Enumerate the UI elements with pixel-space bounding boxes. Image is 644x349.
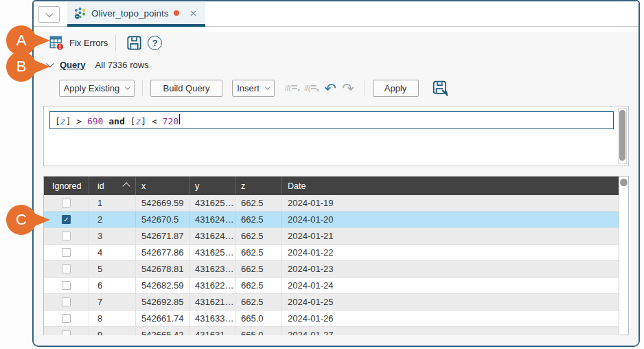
table-cell: 7 [89,294,135,310]
table-cell: 9 [89,327,135,335]
ignored-cell [44,294,89,310]
table-cell: 542678.81 [135,261,189,277]
undo-icon[interactable]: ↶ [324,81,336,95]
table-cell: 431622… [189,278,235,293]
tab-list-dropdown-button[interactable] [38,6,60,23]
column-header-id[interactable]: id [89,177,135,195]
tab-bar: Oliver_topo_points × [34,1,639,27]
table-row[interactable]: 3542671.87431624…662.52024-01-21 [44,228,620,245]
apply-query-button[interactable]: Apply [373,80,419,97]
modified-indicator [174,10,179,16]
tab-title: Oliver_topo_points [91,8,169,19]
table-cell: 662.5 [235,294,281,310]
remove-if-block-icon: if( [304,84,319,93]
table-cell: 662.5 [235,245,281,260]
table-row[interactable]: 1542669.59431625…662.52024-01-19 [44,195,620,212]
data-table: Ignored id x y z Date 1542669.59431625…6… [43,176,629,335]
table-cell: 542670.5 [135,212,189,227]
ignored-checkbox[interactable] [62,264,71,273]
query-scrollbar-thumb[interactable] [619,110,625,161]
table-row[interactable]: ✓2542670.5431624…662.52024-01-20 [44,212,620,228]
table-cell: 542682.59 [135,278,189,293]
insert-if-block-icon: if( [285,84,300,93]
table-scrollbar-thumb[interactable] [620,179,628,186]
toolbar-divider [142,80,143,96]
table-cell: 2 [89,212,135,227]
text-cursor [179,114,180,124]
panel-content: Fix Errors ? Query All 7336 [34,32,639,347]
query-expression-input[interactable]: [z] > 690 and [z] < 720 [49,111,614,129]
query-toolbar: Apply Existing Build Query Insert if( [34,79,639,97]
query-section-label: Query [60,60,86,70]
query-scrollbar[interactable] [618,108,627,164]
table-row[interactable]: 6542682.59431622…662.52024-01-24 [44,278,620,294]
ignored-cell [44,278,89,293]
insert-label: Insert [237,83,260,93]
fix-errors-label: Fix Errors [69,38,108,48]
table-cell: 542669.59 [135,195,189,211]
table-cell: 431621… [189,294,235,310]
help-button[interactable]: ? [145,36,165,50]
table-cell: 2024-01-21 [281,228,620,244]
ignored-checkbox[interactable] [62,330,71,335]
query-editor[interactable]: [z] > 690 and [z] < 720 [43,106,629,166]
ignored-checkbox[interactable] [62,248,71,257]
fix-errors-button[interactable]: Fix Errors [49,35,108,51]
column-header-z[interactable]: z [235,177,281,195]
tab-oliver-topo-points[interactable]: Oliver_topo_points × [67,2,205,27]
table-row[interactable]: 4542677.86431625…662.52024-01-22 [44,245,620,261]
table-row[interactable]: 7542692.85431621…662.52024-01-25 [44,294,620,311]
table-scrollbar[interactable] [619,177,628,335]
table-header: Ignored id x y z Date [44,177,620,195]
table-cell: 542677.86 [135,245,189,260]
save-query-icon [433,80,448,96]
ignored-checkbox[interactable] [62,297,71,306]
table-row[interactable]: 9542665.42431631…665.02024-01-27 [44,327,620,335]
table-cell: 662.5 [235,228,281,244]
column-header-date[interactable]: Date [281,177,620,195]
ignored-cell [44,311,89,326]
chevron-down-icon [125,84,130,89]
table-cell: 662.5 [235,278,281,293]
screenshot-root: Oliver_topo_points × [0,0,644,349]
apply-existing-label: Apply Existing [64,83,120,93]
table-cell: 431624… [189,212,235,227]
close-icon[interactable]: × [190,8,197,19]
ignored-checkbox[interactable] [62,281,71,290]
table-cell: 2024-01-22 [281,245,620,260]
redo-icon: ↷ [342,81,354,95]
table-cell: 662.5 [235,261,281,277]
toolbar-divider [365,80,365,96]
apply-existing-dropdown[interactable]: Apply Existing [59,80,135,97]
save-query-button[interactable] [430,80,451,96]
table-editor-panel: Oliver_topo_points × [32,0,640,347]
table-row[interactable]: 5542678.81431623…662.52024-01-23 [44,261,620,278]
table-cell: 6 [89,278,135,293]
table-cell: 431623… [189,261,235,277]
ignored-cell [44,245,89,260]
table-cell: 431625… [189,195,235,211]
table-row[interactable]: 8542661.74431633…665.02024-01-26 [44,311,620,327]
table-cell: 431624… [189,228,235,244]
column-header-x[interactable]: x [135,177,189,195]
table-cell: 431625… [189,245,235,260]
column-header-ignored[interactable]: Ignored [44,177,89,195]
table-cell: 662.5 [235,212,281,227]
build-query-button[interactable]: Build Query [150,80,222,97]
table-cell: 2024-01-27 [281,327,620,335]
annotation-marker-c: C [6,205,56,235]
save-button[interactable] [124,35,145,51]
table-cell: 2024-01-26 [281,311,620,326]
table-cell: 542692.85 [135,294,189,310]
table-cell: 3 [89,228,135,244]
column-header-y[interactable]: y [189,177,235,195]
points-table-icon [73,7,87,20]
ignored-checkbox[interactable]: ✓ [62,215,71,224]
table-cell: 431631… [189,327,235,335]
table-cell: 542665.42 [135,327,189,335]
ignored-checkbox[interactable] [62,199,71,207]
table-cell: 542671.87 [135,228,189,244]
insert-dropdown[interactable]: Insert [232,80,275,97]
ignored-checkbox[interactable] [62,232,71,240]
ignored-checkbox[interactable] [62,314,71,323]
